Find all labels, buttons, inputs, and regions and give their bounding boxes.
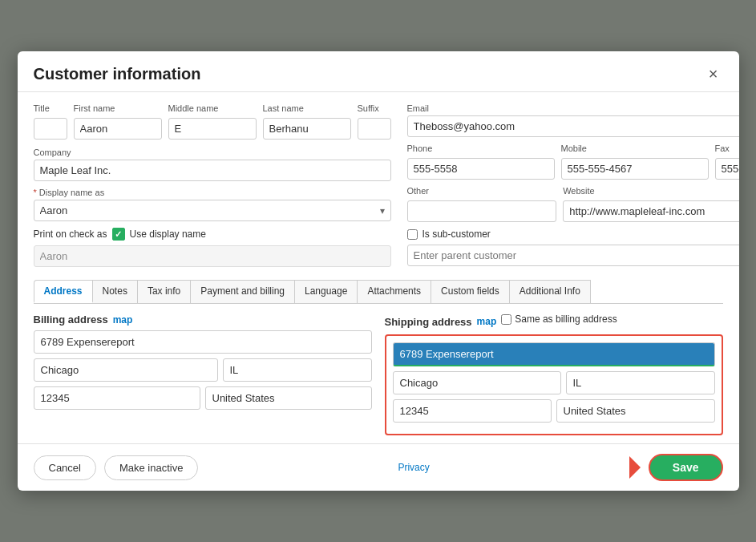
email-label: Email <box>407 103 739 113</box>
cancel-button[interactable]: Cancel <box>34 455 96 480</box>
shipping-city-input[interactable] <box>393 371 561 394</box>
modal-body: Title First name Middle name Last n <box>18 92 739 443</box>
footer-right: Save <box>629 454 723 481</box>
left-column: Title First name Middle name Last n <box>34 103 391 273</box>
shipping-country-input[interactable] <box>556 399 715 423</box>
shipping-col: Shipping address map Same as billing add… <box>385 313 723 435</box>
same-as-billing-label: Same as billing address <box>501 313 617 325</box>
billing-map-link[interactable]: map <box>113 314 133 326</box>
shipping-address-title: Shipping address <box>385 316 472 328</box>
other-label: Other <box>407 186 557 196</box>
customer-information-modal: Customer information × Title First name <box>18 51 739 491</box>
sub-customer-label: Is sub-customer <box>422 229 491 240</box>
title-input[interactable] <box>34 118 67 140</box>
save-arrow-icon <box>629 456 641 479</box>
save-button[interactable]: Save <box>649 454 723 481</box>
billing-zip-input[interactable] <box>34 386 200 410</box>
tab-language[interactable]: Language <box>294 280 358 303</box>
lastname-label: Last name <box>263 103 351 113</box>
sub-customer-checkbox[interactable] <box>407 229 418 240</box>
print-on-check-row: Print on check as Use display name <box>34 228 391 241</box>
tab-notes[interactable]: Notes <box>92 280 138 303</box>
footer-left: Cancel Make inactive <box>34 455 199 480</box>
shipping-state-input[interactable] <box>566 371 715 394</box>
other-field-group: Other <box>407 186 557 222</box>
display-name-label: Display name as <box>34 188 391 197</box>
billing-address-title: Billing address <box>34 313 108 326</box>
middlename-field-group: Middle name <box>168 103 257 140</box>
right-column: Email Phone Mobile <box>407 103 739 273</box>
website-input[interactable] <box>563 200 738 222</box>
firstname-field-group: First name <box>74 103 162 140</box>
billing-country-input[interactable] <box>205 386 372 410</box>
email-section: Email <box>407 103 739 137</box>
title-label: Title <box>34 103 67 113</box>
middlename-input[interactable] <box>168 118 257 140</box>
same-as-billing-checkbox[interactable] <box>501 314 511 325</box>
firstname-label: First name <box>74 103 162 113</box>
middlename-label: Middle name <box>168 103 257 113</box>
name-row: Title First name Middle name Last n <box>34 103 391 140</box>
shipping-map-link[interactable]: map <box>477 316 497 327</box>
billing-state-input[interactable] <box>223 358 372 382</box>
tab-address[interactable]: Address <box>34 280 93 303</box>
address-section: Billing address map <box>34 313 723 435</box>
mobile-input[interactable] <box>561 158 709 180</box>
tab-additional-info[interactable]: Additional Info <box>509 280 591 303</box>
fax-label: Fax <box>715 144 739 153</box>
tab-custom-fields[interactable]: Custom fields <box>431 280 510 303</box>
shipping-city-state-row <box>393 371 715 394</box>
other-input[interactable] <box>407 200 557 222</box>
modal-footer: Cancel Make inactive Privacy Save <box>18 443 739 491</box>
billing-city-input[interactable] <box>34 358 218 382</box>
company-input[interactable] <box>34 160 391 181</box>
suffix-input[interactable] <box>358 118 391 140</box>
same-as-billing-text: Same as billing address <box>515 313 617 325</box>
title-field-group: Title <box>34 103 67 140</box>
suffix-field-group: Suffix <box>358 103 391 140</box>
billing-zip-country-row <box>34 386 372 410</box>
mobile-label: Mobile <box>561 144 709 153</box>
sub-customer-row: Is sub-customer <box>407 229 739 240</box>
print-check-input[interactable] <box>34 245 391 267</box>
firstname-input[interactable] <box>74 118 162 140</box>
billing-col: Billing address map <box>34 313 372 435</box>
lastname-input[interactable] <box>263 118 351 140</box>
tab-attachments[interactable]: Attachments <box>357 280 431 303</box>
shipping-address-header: Shipping address map Same as billing add… <box>385 313 723 330</box>
use-display-name-label: Use display name <box>130 229 206 240</box>
make-inactive-button[interactable]: Make inactive <box>104 455 198 480</box>
parent-customer-input-wrapper <box>407 245 739 266</box>
close-button[interactable]: × <box>704 64 723 83</box>
shipping-zip-input[interactable] <box>393 399 552 423</box>
modal-header: Customer information × <box>18 51 739 92</box>
tabs-row: Address Notes Tax info Payment and billi… <box>34 280 723 304</box>
privacy-link[interactable]: Privacy <box>398 462 429 473</box>
fax-input[interactable] <box>715 158 739 180</box>
mobile-field-group: Mobile <box>561 144 709 180</box>
company-label: Company <box>34 148 391 157</box>
phone-field-group: Phone <box>407 144 555 180</box>
billing-city-state-row <box>34 358 372 382</box>
shipping-street-input[interactable] <box>393 342 715 366</box>
display-name-select-wrapper: Aaron <box>34 200 391 221</box>
website-field-group: Website <box>563 186 738 222</box>
tab-tax-info[interactable]: Tax info <box>137 280 191 303</box>
phone-label: Phone <box>407 144 555 153</box>
company-section: Company <box>34 148 391 181</box>
display-name-select[interactable]: Aaron <box>34 200 391 221</box>
parent-customer-input[interactable] <box>407 245 739 266</box>
other-website-row: Other Website <box>407 186 739 222</box>
billing-street-input[interactable] <box>34 330 372 354</box>
tab-payment-billing[interactable]: Payment and billing <box>190 280 295 303</box>
footer-center: Privacy <box>398 462 429 473</box>
phone-input[interactable] <box>407 158 555 180</box>
phone-row: Phone Mobile Fax <box>407 144 739 180</box>
parent-customer-row: Bill with parent <box>407 245 739 266</box>
website-label: Website <box>563 186 738 196</box>
billing-address-header: Billing address map <box>34 313 372 326</box>
display-name-section: Display name as Aaron <box>34 188 391 221</box>
fax-field-group: Fax <box>715 144 739 180</box>
use-display-name-checkbox[interactable] <box>112 228 125 241</box>
email-input[interactable] <box>407 115 739 137</box>
